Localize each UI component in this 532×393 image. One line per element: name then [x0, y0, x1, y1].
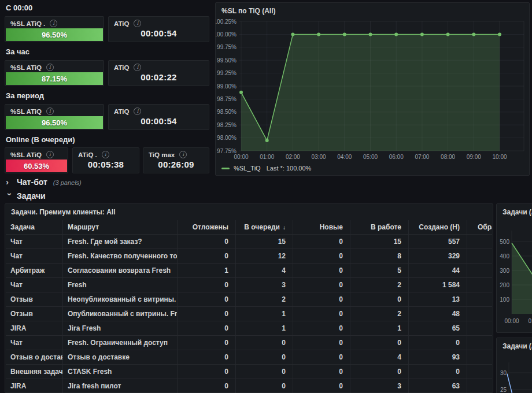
table-cell: [467, 321, 492, 335]
table-cell: 0: [178, 235, 236, 249]
table-cell: Чат: [6, 278, 63, 292]
row-panel-count: (3 panels): [53, 179, 82, 186]
column-header[interactable]: Задача: [6, 220, 63, 234]
legend-series-label[interactable]: %SL_TiQ: [234, 165, 261, 172]
table-row: АрбитражСогласования возврата Fresh14054…: [6, 264, 492, 278]
stat-panel-sl-online: %SL ATiQ i 60.53%: [5, 147, 68, 173]
row-title[interactable]: Чат-бот: [17, 177, 47, 187]
panel-title[interactable]: %SL ATiQ: [10, 151, 42, 158]
table-cell: [467, 249, 492, 263]
info-icon[interactable]: i: [46, 107, 54, 115]
dashboard-row-tasks[interactable]: › Задачи: [6, 191, 46, 201]
panel-title[interactable]: %SL ATiQ: [10, 108, 42, 115]
tasks-table: ЗадачаМаршрутОтложеныВ очереди↓НовыеВ ра…: [6, 220, 492, 393]
info-icon[interactable]: i: [50, 20, 57, 27]
table-row: ОтзывНеопубликованный с витрины. Fresh02…: [6, 292, 492, 307]
dashboard-row-chatbot[interactable]: › Чат-бот (3 panels): [6, 177, 82, 187]
table-cell: Чат: [6, 336, 63, 350]
stat-panel-sl-since: %SL ATiQ . i 96.50%: [5, 16, 104, 42]
svg-text:01:00: 01:00: [528, 318, 532, 324]
panel-title[interactable]: %SL ATiQ .: [10, 20, 45, 27]
stat-value: 00:05:38: [73, 160, 139, 169]
table-cell: 0: [293, 336, 350, 350]
table-cell: Согласования возврата Fresh: [63, 264, 178, 277]
info-icon[interactable]: i: [179, 151, 187, 158]
column-header[interactable]: Маршрут: [63, 220, 178, 234]
panel-title[interactable]: ATiQ: [114, 20, 129, 27]
svg-text:04:00: 04:00: [337, 154, 352, 160]
info-icon[interactable]: i: [134, 64, 141, 71]
info-icon[interactable]: i: [102, 151, 109, 158]
stat-value: 00:00:54: [109, 28, 209, 38]
panel-title[interactable]: %SL ATiQ: [10, 64, 42, 71]
table-cell: Fresh. Ограниченный доступ: [63, 336, 178, 350]
svg-text:07:00: 07:00: [415, 154, 429, 160]
row-title[interactable]: Задачи: [17, 191, 46, 201]
table-cell: 0: [178, 336, 236, 350]
stat-value: 60.53%: [24, 162, 49, 170]
table-cell: 0: [350, 292, 409, 306]
table-cell: Опубликованный с витрины. Fresh: [63, 307, 178, 321]
svg-text:100: 100: [500, 296, 509, 303]
table-cell: 0: [293, 350, 350, 364]
table-cell: 65: [409, 321, 467, 335]
table-cell: 0: [236, 350, 293, 364]
info-icon[interactable]: i: [134, 107, 141, 115]
svg-text:400: 400: [500, 253, 509, 259]
section-label-period: За период: [6, 91, 44, 100]
panel-title[interactable]: Задачи. Премиум клиенты: All: [11, 208, 116, 216]
stat-value: 96.50%: [42, 118, 67, 127]
stat-value: 00:02:22: [109, 72, 209, 82]
svg-text:06:00: 06:00: [389, 154, 404, 160]
grafana-dashboard: С 00:00 За час За период Online (В очере…: [0, 0, 532, 393]
column-header[interactable]: Отложены: [178, 220, 236, 234]
svg-text:98.00%: 98.00%: [217, 135, 237, 141]
svg-text:10:00: 10:00: [492, 154, 507, 160]
chevron-down-icon[interactable]: ›: [6, 192, 14, 201]
stat-value: 87.15%: [42, 75, 67, 83]
column-header[interactable]: Создано (Н): [409, 220, 467, 234]
panel-title[interactable]: TiQ max: [149, 151, 175, 158]
column-header[interactable]: Обра: [467, 220, 492, 234]
panel-title[interactable]: ATiQ .: [78, 151, 97, 158]
table-cell: [467, 336, 492, 350]
svg-text:03:00: 03:00: [312, 154, 326, 160]
svg-text:08:00: 08:00: [441, 154, 455, 160]
info-icon[interactable]: i: [46, 151, 54, 158]
svg-text:98.50%: 98.50%: [217, 109, 237, 115]
table-header-row: ЗадачаМаршрутОтложеныВ очереди↓НовыеВ ра…: [6, 220, 492, 235]
column-header[interactable]: В работе: [350, 220, 409, 234]
svg-text:00:00: 00:00: [504, 318, 519, 324]
svg-text:200: 200: [500, 282, 509, 288]
stat-value: 96.50%: [42, 31, 67, 39]
chevron-right-icon[interactable]: ›: [6, 178, 14, 186]
table-cell: Отзыв: [6, 292, 63, 306]
column-header[interactable]: Новые: [293, 220, 350, 234]
svg-text:00:00: 00:00: [234, 154, 248, 160]
table-row: ОтзывОпубликованный с витрины. Fresh0102…: [6, 307, 492, 321]
table-cell: 0: [293, 292, 350, 306]
stat-panel-atiq-since: ATiQ i 00:00:54: [108, 16, 209, 42]
info-icon[interactable]: i: [134, 20, 141, 27]
table-cell: 12: [236, 249, 293, 263]
column-header[interactable]: В очереди↓: [236, 220, 293, 234]
stat-value-bar: 60.53%: [6, 160, 67, 172]
table-cell: 0: [178, 321, 236, 335]
table-cell: 0: [178, 379, 236, 393]
info-icon[interactable]: i: [46, 64, 54, 71]
table-cell: 1: [350, 321, 409, 335]
table-cell: 8: [350, 249, 409, 263]
panel-title[interactable]: ATiQ: [114, 108, 129, 115]
table-cell: 44: [409, 264, 467, 277]
panel-title[interactable]: ATiQ: [114, 64, 129, 71]
table-cell: [467, 278, 492, 292]
svg-text:98.25%: 98.25%: [217, 122, 237, 128]
table-cell: 0: [178, 278, 236, 292]
table-cell: Арбитраж: [6, 264, 63, 277]
tasks-all-area-panel: Задачи (All) 50040030020010000:0001:00: [496, 203, 532, 333]
table-cell: 63: [409, 379, 467, 393]
table-cell: [467, 307, 492, 321]
table-cell: Чат: [6, 249, 63, 263]
table-row: ЧатFresh. Ограниченный доступ00000: [6, 336, 492, 350]
table-cell: 15: [236, 235, 293, 249]
